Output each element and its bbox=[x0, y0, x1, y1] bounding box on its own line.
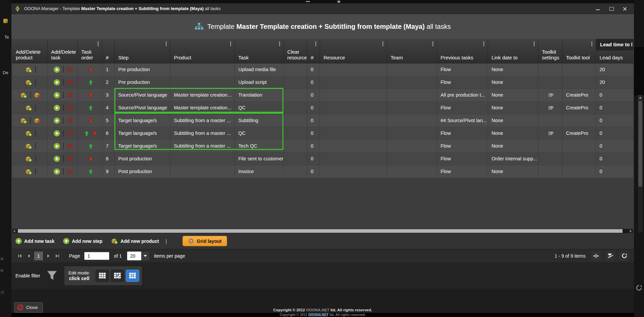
cell-resource[interactable] bbox=[320, 165, 387, 178]
kebab-menu-icon[interactable] bbox=[166, 42, 167, 46]
cell-team[interactable] bbox=[387, 165, 437, 178]
cell-task[interactable]: QC bbox=[234, 127, 283, 140]
kebab-menu-icon[interactable] bbox=[315, 42, 316, 46]
move-up-icon[interactable] bbox=[88, 80, 93, 85]
cell-step[interactable]: Post production bbox=[114, 165, 170, 178]
column-header-toolkit-tool[interactable]: Toolkit tool bbox=[562, 39, 596, 63]
cell-count[interactable]: 0 bbox=[307, 152, 320, 165]
cell-toolkit-tool[interactable] bbox=[562, 165, 596, 178]
scroll-right-icon[interactable] bbox=[628, 229, 633, 233]
cell-previous[interactable]: Flow bbox=[437, 101, 488, 114]
cell-resource[interactable] bbox=[320, 101, 387, 114]
cell-lead-days[interactable]: 20 bbox=[596, 63, 633, 76]
scroll-up-icon[interactable] bbox=[638, 95, 643, 100]
cell-link-date[interactable]: None bbox=[488, 101, 538, 114]
add-product-icon[interactable] bbox=[25, 143, 32, 149]
cell-toolkit-tool[interactable] bbox=[562, 114, 596, 127]
current-page-button[interactable]: 1 bbox=[34, 252, 43, 260]
cell-task[interactable]: File sent to customer bbox=[234, 152, 283, 165]
cell-step[interactable]: Target language/s bbox=[114, 114, 170, 127]
cell-toolkit-settings[interactable] bbox=[538, 101, 562, 114]
cell-clear[interactable] bbox=[283, 152, 307, 165]
column-header-product[interactable]: Product bbox=[170, 39, 234, 63]
add-product-icon[interactable] bbox=[25, 79, 32, 86]
cell-toolkit-tool[interactable]: CreatePro bbox=[562, 127, 596, 140]
cell-lead-days[interactable]: 0 bbox=[596, 114, 633, 127]
cell-previous[interactable]: Flow bbox=[437, 165, 488, 178]
cell-team[interactable] bbox=[387, 152, 437, 165]
add-new-product-button[interactable]: Add new product bbox=[111, 238, 159, 244]
move-up-icon[interactable] bbox=[88, 105, 93, 111]
move-up-icon[interactable] bbox=[88, 143, 93, 149]
cell-previous[interactable]: Flow bbox=[437, 76, 488, 89]
grid-plain-icon[interactable] bbox=[96, 270, 109, 282]
horizontal-scrollbar[interactable] bbox=[12, 229, 633, 233]
move-down-icon[interactable] bbox=[88, 156, 93, 162]
kebab-menu-icon[interactable] bbox=[98, 42, 99, 46]
toolkit-settings-icon[interactable] bbox=[548, 105, 554, 110]
delete-task-icon[interactable] bbox=[67, 169, 73, 174]
refresh-icon[interactable] bbox=[636, 284, 642, 291]
grid-layout-button[interactable]: Grid layout bbox=[182, 236, 227, 246]
delete-product-icon[interactable] bbox=[34, 117, 41, 124]
cell-task[interactable]: Upload script bbox=[234, 76, 283, 89]
cell-toolkit-settings[interactable] bbox=[538, 63, 562, 76]
cell-toolkit-settings[interactable] bbox=[538, 114, 562, 127]
kebab-menu-icon[interactable] bbox=[534, 42, 535, 46]
cell-team[interactable] bbox=[387, 63, 437, 76]
cell-team[interactable] bbox=[387, 89, 437, 101]
cell-previous[interactable]: Flow bbox=[437, 63, 488, 76]
column-header-step[interactable]: Step bbox=[114, 39, 170, 63]
cell-toolkit-settings[interactable] bbox=[538, 127, 562, 140]
cell-lead-days[interactable]: 20 bbox=[596, 76, 633, 89]
cell-previous[interactable]: Flow bbox=[437, 152, 488, 165]
cell-product[interactable]: Subtitling from a master ... bbox=[170, 114, 234, 127]
grid-cursor-icon[interactable] bbox=[111, 270, 124, 282]
add-task-icon[interactable] bbox=[54, 105, 60, 111]
cell-n[interactable]: 1 bbox=[102, 63, 114, 76]
cell-product[interactable]: Subtitling from a master ... bbox=[170, 140, 234, 152]
cell-lead-days[interactable]: 0 bbox=[596, 127, 633, 140]
add-new-task-button[interactable]: Add new task bbox=[15, 238, 54, 244]
cell-toolkit-tool[interactable] bbox=[562, 76, 596, 89]
page-number-input[interactable] bbox=[84, 252, 109, 260]
cell-clear[interactable] bbox=[283, 89, 307, 101]
cell-clear[interactable] bbox=[283, 114, 307, 127]
last-page-icon[interactable] bbox=[53, 252, 62, 260]
cell-step[interactable]: Source/Pivot language bbox=[114, 89, 170, 101]
cell-previous[interactable]: All pre production t... bbox=[437, 89, 488, 101]
add-task-icon[interactable] bbox=[54, 79, 60, 86]
funnel-icon[interactable] bbox=[46, 270, 58, 281]
delete-task-icon[interactable] bbox=[67, 80, 73, 85]
add-task-icon[interactable] bbox=[54, 156, 60, 162]
chevron-down-icon[interactable] bbox=[141, 252, 149, 260]
clear-filter-icon[interactable] bbox=[605, 251, 615, 261]
add-product-icon[interactable] bbox=[25, 168, 32, 175]
cell-clear[interactable] bbox=[283, 140, 307, 152]
items-per-page-select[interactable]: 20 bbox=[127, 252, 149, 260]
column-header-clear-resource[interactable]: Clear resource bbox=[283, 39, 307, 63]
add-task-icon[interactable] bbox=[54, 168, 60, 175]
cell-n[interactable]: 4 bbox=[102, 101, 114, 114]
kebab-menu-icon[interactable] bbox=[230, 42, 231, 46]
move-up-icon[interactable] bbox=[88, 169, 93, 174]
cell-step[interactable]: Source/Pivot language bbox=[114, 101, 170, 114]
add-new-step-button[interactable]: Add new step bbox=[63, 238, 102, 244]
cell-team[interactable] bbox=[387, 140, 437, 152]
add-task-icon[interactable] bbox=[54, 92, 60, 98]
fit-columns-icon[interactable] bbox=[591, 251, 601, 261]
toolkit-settings-icon[interactable] bbox=[548, 131, 554, 136]
cell-clear[interactable] bbox=[283, 165, 307, 178]
column-header-link-date-to[interactable]: Link date to bbox=[488, 39, 538, 63]
cell-toolkit-tool[interactable]: CreatePro bbox=[562, 101, 596, 114]
next-page-icon[interactable] bbox=[44, 252, 53, 260]
add-product-icon[interactable] bbox=[20, 117, 27, 124]
cell-toolkit-settings[interactable] bbox=[538, 76, 562, 89]
minimize-icon[interactable] bbox=[596, 7, 600, 11]
cell-task[interactable]: Translation bbox=[234, 89, 283, 101]
cell-step[interactable]: Pre production bbox=[114, 63, 170, 76]
cell-n[interactable]: 7 bbox=[102, 140, 114, 152]
toolkit-settings-icon[interactable] bbox=[548, 93, 554, 98]
cell-resource[interactable] bbox=[320, 152, 387, 165]
cell-link-date[interactable]: None bbox=[488, 63, 538, 76]
